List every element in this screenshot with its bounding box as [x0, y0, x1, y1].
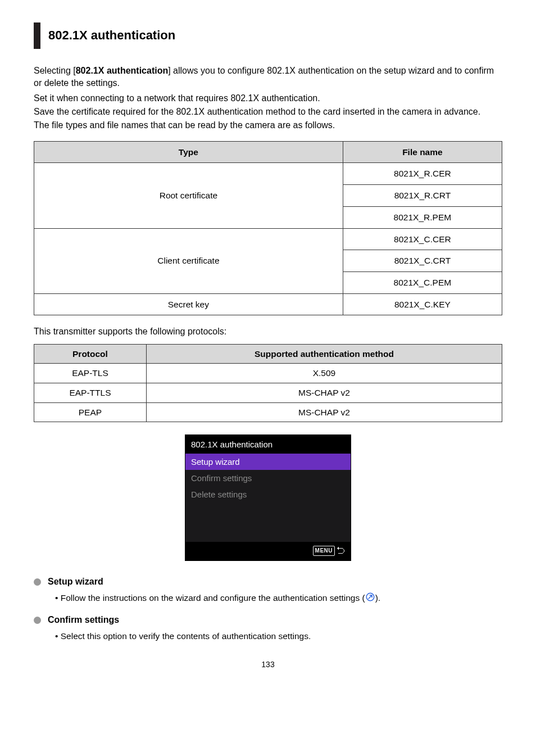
cert-file: 8021X_C.KEY [343, 293, 502, 315]
cert-type-root: Root certificate [34, 163, 343, 228]
setup-wizard-label: Setup wizard [48, 576, 103, 588]
link-icon [365, 592, 375, 602]
cert-file: 8021X_C.CER [343, 228, 502, 250]
setup-wizard-text-post: ). [375, 593, 380, 603]
cert-file: 8021X_C.CRT [343, 250, 502, 272]
certificate-table: Type File name Root certificate 8021X_R.… [34, 141, 502, 316]
bullet-icon [34, 617, 41, 624]
proto-method: X.509 [146, 364, 502, 383]
table-row: PEAP MS-CHAP v2 [34, 402, 502, 422]
proto-method: MS-CHAP v2 [146, 383, 502, 403]
setup-wizard-text-pre: Follow the instructions on the wizard an… [61, 593, 365, 603]
confirm-settings-label: Confirm settings [48, 614, 119, 626]
protocol-table: Protocol Supported authentication method… [34, 344, 502, 423]
setup-wizard-heading: Setup wizard [34, 576, 502, 588]
intro-line4: The file types and file names that can b… [34, 119, 502, 132]
intro-bold-key: 802.1X authentication [76, 66, 169, 75]
table-row: EAP-TTLS MS-CHAP v2 [34, 383, 502, 403]
transmitter-line: This transmitter supports the following … [34, 325, 502, 338]
intro-text: Selecting [802.1X authentication] allows… [34, 65, 502, 132]
confirm-settings-bullet: • Select this option to verify the conte… [55, 630, 502, 642]
proto-name: EAP-TLS [34, 364, 147, 383]
section-title: 802.1X authentication [48, 27, 494, 44]
proto-header-protocol: Protocol [34, 344, 147, 364]
table-row: Secret key 8021X_C.KEY [34, 293, 502, 315]
intro-line2: Set it when connecting to a network that… [34, 92, 502, 105]
table-row: EAP-TLS X.509 [34, 364, 502, 383]
cert-file: 8021X_R.CRT [343, 185, 502, 207]
confirm-settings-text: Select this option to verify the content… [61, 631, 311, 641]
bullet-icon [34, 578, 41, 586]
table-row: Root certificate 8021X_R.CER [34, 163, 502, 185]
table-row: Client certificate 8021X_C.CER [34, 228, 502, 250]
camera-menu-footer: MENU⮌ [185, 542, 351, 560]
cert-file: 8021X_C.PEM [343, 271, 502, 293]
cert-file: 8021X_R.PEM [343, 206, 502, 228]
cert-type-client: Client certificate [34, 228, 343, 293]
camera-menu-title: 802.1X authentication [185, 435, 351, 454]
intro-prefix: Selecting [ [34, 66, 76, 75]
back-arrow-icon: ⮌ [336, 546, 345, 555]
confirm-settings-heading: Confirm settings [34, 614, 502, 626]
camera-menu-button-label: MENU [313, 546, 335, 556]
certtable-header-type: Type [34, 141, 343, 163]
setup-wizard-bullet: • Follow the instructions on the wizard … [55, 592, 502, 604]
camera-menu-item-delete-settings: Delete settings [185, 486, 351, 503]
proto-header-method: Supported authentication method [146, 344, 502, 364]
camera-menu-screenshot: 802.1X authentication Setup wizard Confi… [185, 434, 351, 561]
page-number: 133 [34, 659, 502, 671]
section-title-bar: 802.1X authentication [34, 22, 502, 49]
setup-wizard-link[interactable] [365, 593, 375, 603]
certtable-header-file: File name [343, 141, 502, 163]
proto-method: MS-CHAP v2 [146, 402, 502, 422]
cert-file: 8021X_R.CER [343, 163, 502, 185]
intro-line3: Save the certificate required for the 80… [34, 106, 502, 118]
cert-type-secret: Secret key [34, 293, 343, 315]
camera-menu-item-setup-wizard: Setup wizard [185, 454, 351, 470]
camera-menu-item-confirm-settings: Confirm settings [185, 470, 351, 486]
proto-name: EAP-TTLS [34, 383, 147, 403]
camera-menu-spacer [185, 503, 351, 542]
proto-name: PEAP [34, 402, 147, 422]
